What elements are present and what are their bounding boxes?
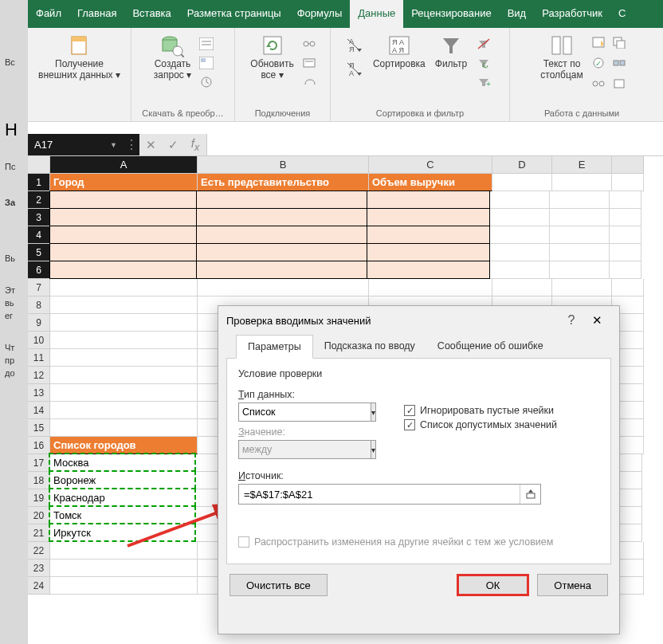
row-header[interactable]: 15 — [28, 419, 50, 437]
relationships-icon[interactable] — [589, 75, 608, 92]
filter-button[interactable]: Фильтр — [430, 29, 472, 73]
cell[interactable] — [369, 279, 492, 296]
name-box[interactable]: A17▼ — [28, 134, 124, 155]
data-validation-icon[interactable]: ✓ — [589, 54, 608, 72]
new-query-button[interactable]: Создать запрос ▾ — [149, 29, 196, 84]
close-icon[interactable]: ✕ — [583, 313, 611, 328]
tab-input-message[interactable]: Подсказка по вводу — [313, 335, 426, 358]
row-header[interactable]: 20 — [28, 507, 50, 524]
row-header[interactable]: 22 — [28, 542, 50, 560]
row-header[interactable]: 7 — [28, 279, 50, 296]
col-header-e[interactable]: E — [552, 156, 612, 174]
row-header[interactable]: 5 — [28, 244, 50, 261]
row-header[interactable]: 9 — [28, 314, 50, 332]
cell[interactable] — [550, 261, 610, 279]
cell[interactable] — [196, 226, 367, 244]
tab-more[interactable]: С — [610, 0, 634, 28]
row-header[interactable]: 23 — [28, 560, 50, 577]
cell[interactable] — [367, 261, 490, 279]
col-header-a[interactable]: A — [50, 156, 198, 174]
row-header[interactable]: 6 — [28, 261, 50, 279]
sort-button[interactable]: Я АА Я Сортировка — [368, 29, 430, 73]
row-header[interactable]: 14 — [28, 402, 50, 419]
cell[interactable] — [610, 191, 641, 209]
row-header[interactable]: 12 — [28, 367, 50, 384]
edit-links-icon[interactable] — [300, 73, 319, 91]
help-icon[interactable]: ? — [560, 313, 583, 328]
fx-icon[interactable]: fx — [184, 134, 206, 155]
row-header[interactable]: 18 — [28, 472, 50, 489]
cancel-button[interactable]: Отмена — [537, 574, 608, 596]
consolidate-icon[interactable] — [610, 54, 629, 72]
row-header[interactable]: 1 — [28, 174, 50, 191]
row-header[interactable]: 10 — [28, 332, 50, 349]
cell[interactable]: Воронеж — [49, 470, 196, 489]
range-picker-icon[interactable] — [520, 485, 540, 504]
cell[interactable] — [490, 191, 550, 209]
cell[interactable] — [50, 577, 198, 595]
get-external-data-button[interactable]: Получение внешних данных ▾ — [33, 29, 125, 84]
cell[interactable] — [49, 243, 197, 261]
cell[interactable] — [612, 279, 644, 296]
cell[interactable] — [550, 191, 610, 209]
cell[interactable] — [196, 208, 367, 226]
cell[interactable] — [50, 314, 198, 332]
col-header-b[interactable]: B — [198, 156, 369, 174]
source-input[interactable] — [239, 486, 520, 503]
cell[interactable] — [367, 208, 490, 226]
cell[interactable]: Есть представительство — [198, 174, 369, 191]
cell[interactable] — [50, 419, 198, 437]
row-header[interactable]: 8 — [28, 296, 50, 314]
manage-data-model-icon[interactable] — [610, 75, 629, 92]
cell[interactable]: Москва — [49, 453, 196, 472]
cancel-formula-icon[interactable]: ✕ — [139, 134, 162, 155]
cell[interactable] — [49, 261, 197, 279]
cell[interactable]: Город — [50, 174, 198, 191]
cell[interactable] — [367, 226, 490, 244]
cell[interactable]: Объем выручки — [369, 174, 492, 191]
row-header[interactable]: 21 — [28, 524, 50, 542]
cell[interactable] — [50, 542, 198, 560]
cell[interactable]: Список городов — [50, 437, 198, 454]
type-value[interactable] — [238, 402, 371, 422]
cell[interactable] — [50, 296, 198, 314]
tab-data[interactable]: Данные — [350, 0, 403, 28]
chevron-down-icon[interactable]: ▾ — [371, 402, 376, 422]
reapply-icon[interactable] — [474, 54, 493, 72]
cell[interactable] — [552, 279, 612, 296]
cell[interactable] — [610, 261, 641, 279]
cell[interactable]: Краснодар — [49, 488, 196, 507]
cell[interactable] — [50, 367, 198, 384]
properties-icon[interactable] — [300, 54, 319, 72]
cell[interactable] — [610, 226, 641, 244]
clear-all-button[interactable]: Очистить все — [230, 574, 328, 596]
cell[interactable] — [50, 402, 198, 419]
tab-home[interactable]: Главная — [69, 0, 124, 28]
col-header-f[interactable] — [612, 156, 644, 174]
row-header[interactable]: 11 — [28, 349, 50, 367]
tab-parameters[interactable]: Параметры — [236, 335, 313, 359]
tab-view[interactable]: Вид — [500, 0, 535, 28]
show-queries-icon[interactable] — [197, 35, 216, 53]
ignore-blank-checkbox[interactable]: ✓Игнорировать пустые ячейки — [404, 405, 599, 416]
cell[interactable] — [552, 174, 612, 191]
cell[interactable] — [196, 190, 367, 209]
tab-file[interactable]: Файл — [28, 0, 69, 28]
cell[interactable] — [50, 349, 198, 367]
cell[interactable] — [50, 560, 198, 577]
flash-fill-icon[interactable] — [589, 33, 608, 51]
refresh-all-button[interactable]: Обновить все ▾ — [245, 29, 298, 84]
row-header[interactable]: 13 — [28, 384, 50, 402]
col-header-d[interactable]: D — [492, 156, 552, 174]
formula-input[interactable] — [206, 134, 663, 155]
ok-button[interactable]: ОК — [457, 574, 530, 596]
cell[interactable]: Томск — [49, 505, 196, 524]
cell[interactable] — [50, 384, 198, 402]
row-header[interactable]: 24 — [28, 577, 50, 595]
clear-filter-icon[interactable] — [474, 35, 493, 53]
row-header[interactable]: 3 — [28, 209, 50, 226]
cell[interactable] — [49, 190, 197, 209]
cell[interactable] — [612, 174, 644, 191]
tab-insert[interactable]: Вставка — [124, 0, 178, 28]
row-header[interactable]: 4 — [28, 226, 50, 244]
